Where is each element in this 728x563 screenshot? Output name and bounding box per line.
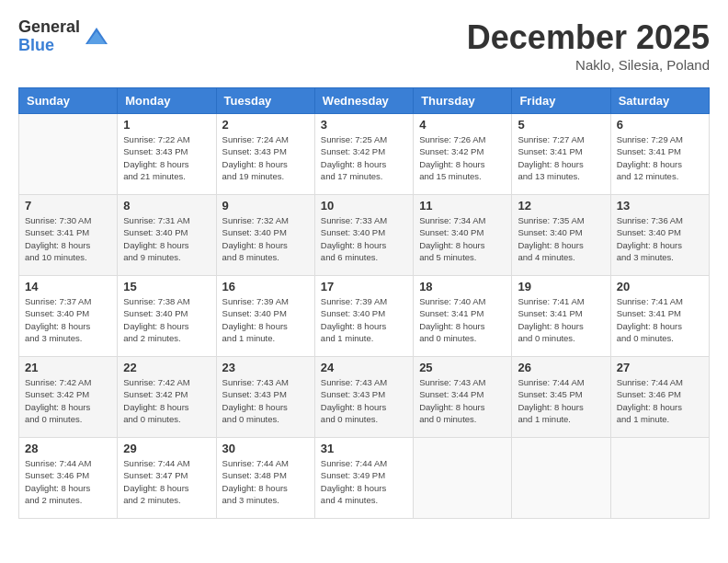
day-info: Sunrise: 7:44 AMSunset: 3:46 PMDaylight:… — [617, 376, 703, 425]
day-number: 24 — [321, 361, 407, 374]
calendar-cell: 8Sunrise: 7:31 AMSunset: 3:40 PMDaylight… — [118, 195, 216, 276]
calendar-cell: 24Sunrise: 7:43 AMSunset: 3:43 PMDayligh… — [314, 357, 413, 438]
calendar-cell: 22Sunrise: 7:42 AMSunset: 3:42 PMDayligh… — [118, 357, 216, 438]
day-number: 19 — [518, 280, 604, 293]
day-info: Sunrise: 7:34 AMSunset: 3:40 PMDaylight:… — [419, 214, 506, 263]
day-info: Sunrise: 7:22 AMSunset: 3:43 PMDaylight:… — [123, 133, 210, 182]
day-info: Sunrise: 7:33 AMSunset: 3:40 PMDaylight:… — [321, 214, 407, 263]
day-number: 16 — [222, 280, 309, 293]
day-number: 14 — [25, 280, 111, 293]
calendar-cell: 2Sunrise: 7:24 AMSunset: 3:43 PMDaylight… — [216, 114, 314, 195]
calendar-table: SundayMondayTuesdayWednesdayThursdayFrid… — [18, 87, 710, 519]
calendar-cell: 4Sunrise: 7:26 AMSunset: 3:42 PMDaylight… — [414, 114, 512, 195]
calendar-cell: 13Sunrise: 7:36 AMSunset: 3:40 PMDayligh… — [610, 195, 709, 276]
calendar-cell: 16Sunrise: 7:39 AMSunset: 3:40 PMDayligh… — [216, 276, 314, 357]
calendar-week-row: 28Sunrise: 7:44 AMSunset: 3:46 PMDayligh… — [19, 438, 710, 519]
calendar-week-row: 14Sunrise: 7:37 AMSunset: 3:40 PMDayligh… — [19, 276, 710, 357]
day-number: 8 — [123, 199, 210, 213]
day-info: Sunrise: 7:40 AMSunset: 3:41 PMDaylight:… — [419, 295, 506, 344]
calendar-cell: 5Sunrise: 7:27 AMSunset: 3:41 PMDaylight… — [512, 114, 610, 195]
weekday-header-sunday: Sunday — [19, 88, 118, 114]
day-info: Sunrise: 7:43 AMSunset: 3:44 PMDaylight:… — [419, 376, 506, 425]
day-info: Sunrise: 7:24 AMSunset: 3:43 PMDaylight:… — [222, 133, 309, 182]
day-info: Sunrise: 7:44 AMSunset: 3:46 PMDaylight:… — [25, 457, 111, 506]
location: Naklo, Silesia, Poland — [467, 57, 710, 73]
calendar-week-row: 21Sunrise: 7:42 AMSunset: 3:42 PMDayligh… — [19, 357, 710, 438]
calendar-cell — [610, 438, 709, 519]
day-info: Sunrise: 7:37 AMSunset: 3:40 PMDaylight:… — [25, 295, 111, 344]
day-number: 30 — [222, 442, 309, 455]
calendar-cell: 21Sunrise: 7:42 AMSunset: 3:42 PMDayligh… — [19, 357, 118, 438]
calendar-cell: 27Sunrise: 7:44 AMSunset: 3:46 PMDayligh… — [610, 357, 709, 438]
calendar-cell: 14Sunrise: 7:37 AMSunset: 3:40 PMDayligh… — [19, 276, 118, 357]
day-number: 31 — [321, 442, 407, 455]
day-number: 25 — [419, 361, 506, 374]
day-number: 2 — [222, 118, 309, 132]
calendar-cell: 29Sunrise: 7:44 AMSunset: 3:47 PMDayligh… — [118, 438, 216, 519]
day-info: Sunrise: 7:32 AMSunset: 3:40 PMDaylight:… — [222, 214, 309, 263]
day-number: 9 — [222, 199, 309, 213]
calendar-cell — [512, 438, 610, 519]
calendar-cell: 23Sunrise: 7:43 AMSunset: 3:43 PMDayligh… — [216, 357, 314, 438]
day-number: 21 — [25, 361, 111, 374]
calendar-cell: 28Sunrise: 7:44 AMSunset: 3:46 PMDayligh… — [19, 438, 118, 519]
calendar-cell: 10Sunrise: 7:33 AMSunset: 3:40 PMDayligh… — [314, 195, 413, 276]
day-number: 1 — [123, 118, 210, 132]
logo: General Blue — [18, 18, 109, 55]
day-info: Sunrise: 7:31 AMSunset: 3:40 PMDaylight:… — [123, 214, 210, 263]
calendar-cell: 7Sunrise: 7:30 AMSunset: 3:41 PMDaylight… — [19, 195, 118, 276]
weekday-header-friday: Friday — [512, 88, 610, 114]
day-info: Sunrise: 7:39 AMSunset: 3:40 PMDaylight:… — [321, 295, 407, 344]
day-number: 12 — [518, 199, 604, 213]
day-info: Sunrise: 7:39 AMSunset: 3:40 PMDaylight:… — [222, 295, 309, 344]
day-info: Sunrise: 7:42 AMSunset: 3:42 PMDaylight:… — [123, 376, 210, 425]
day-number: 4 — [419, 118, 506, 132]
calendar-cell: 9Sunrise: 7:32 AMSunset: 3:40 PMDaylight… — [216, 195, 314, 276]
page-header: General Blue December 2025 Naklo, Silesi… — [18, 18, 710, 73]
title-section: December 2025 Naklo, Silesia, Poland — [467, 18, 710, 73]
day-info: Sunrise: 7:41 AMSunset: 3:41 PMDaylight:… — [518, 295, 604, 344]
day-info: Sunrise: 7:44 AMSunset: 3:45 PMDaylight:… — [518, 376, 604, 425]
day-info: Sunrise: 7:44 AMSunset: 3:49 PMDaylight:… — [321, 457, 407, 506]
day-number: 27 — [617, 361, 703, 374]
day-number: 3 — [321, 118, 407, 132]
weekday-header-tuesday: Tuesday — [216, 88, 314, 114]
day-number: 28 — [25, 442, 111, 455]
calendar-cell — [19, 114, 118, 195]
day-info: Sunrise: 7:43 AMSunset: 3:43 PMDaylight:… — [222, 376, 309, 425]
day-info: Sunrise: 7:27 AMSunset: 3:41 PMDaylight:… — [518, 133, 604, 182]
day-number: 13 — [617, 199, 703, 213]
day-number: 26 — [518, 361, 604, 374]
weekday-header-monday: Monday — [118, 88, 216, 114]
weekday-header-saturday: Saturday — [610, 88, 709, 114]
day-number: 18 — [419, 280, 506, 293]
day-info: Sunrise: 7:44 AMSunset: 3:48 PMDaylight:… — [222, 457, 309, 506]
day-number: 10 — [321, 199, 407, 213]
calendar-cell: 3Sunrise: 7:25 AMSunset: 3:42 PMDaylight… — [314, 114, 413, 195]
day-number: 7 — [25, 199, 111, 213]
day-info: Sunrise: 7:36 AMSunset: 3:40 PMDaylight:… — [617, 214, 703, 263]
day-info: Sunrise: 7:30 AMSunset: 3:41 PMDaylight:… — [25, 214, 111, 263]
calendar-cell: 31Sunrise: 7:44 AMSunset: 3:49 PMDayligh… — [314, 438, 413, 519]
day-number: 15 — [123, 280, 210, 293]
day-info: Sunrise: 7:41 AMSunset: 3:41 PMDaylight:… — [617, 295, 703, 344]
calendar-cell: 19Sunrise: 7:41 AMSunset: 3:41 PMDayligh… — [512, 276, 610, 357]
calendar-cell: 6Sunrise: 7:29 AMSunset: 3:41 PMDaylight… — [610, 114, 709, 195]
calendar-cell: 20Sunrise: 7:41 AMSunset: 3:41 PMDayligh… — [610, 276, 709, 357]
weekday-header-row: SundayMondayTuesdayWednesdayThursdayFrid… — [19, 88, 710, 114]
day-number: 29 — [123, 442, 210, 455]
calendar-cell: 26Sunrise: 7:44 AMSunset: 3:45 PMDayligh… — [512, 357, 610, 438]
calendar-week-row: 1Sunrise: 7:22 AMSunset: 3:43 PMDaylight… — [19, 114, 710, 195]
logo-icon — [84, 24, 109, 50]
calendar-cell: 11Sunrise: 7:34 AMSunset: 3:40 PMDayligh… — [414, 195, 512, 276]
day-number: 23 — [222, 361, 309, 374]
day-info: Sunrise: 7:42 AMSunset: 3:42 PMDaylight:… — [25, 376, 111, 425]
calendar-cell: 18Sunrise: 7:40 AMSunset: 3:41 PMDayligh… — [414, 276, 512, 357]
calendar-cell: 17Sunrise: 7:39 AMSunset: 3:40 PMDayligh… — [314, 276, 413, 357]
day-info: Sunrise: 7:38 AMSunset: 3:40 PMDaylight:… — [123, 295, 210, 344]
day-number: 6 — [617, 118, 703, 132]
day-number: 22 — [123, 361, 210, 374]
logo-general: General — [18, 18, 80, 37]
calendar-cell: 30Sunrise: 7:44 AMSunset: 3:48 PMDayligh… — [216, 438, 314, 519]
calendar-cell: 25Sunrise: 7:43 AMSunset: 3:44 PMDayligh… — [414, 357, 512, 438]
